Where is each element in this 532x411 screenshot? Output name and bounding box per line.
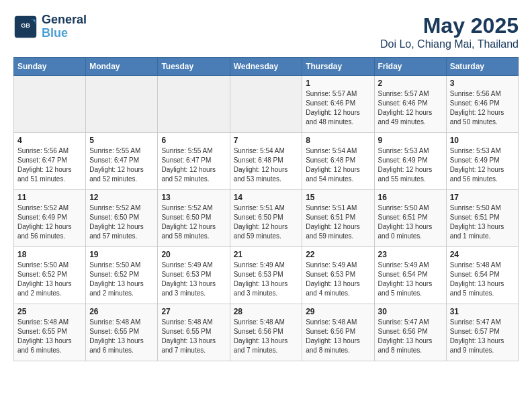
calendar-day-cell: 8Sunrise: 5:54 AM Sunset: 6:48 PM Daylig… (302, 133, 374, 190)
day-number: 14 (234, 193, 299, 202)
weekday-header-cell: Friday (374, 58, 446, 76)
day-number: 4 (17, 136, 82, 145)
calendar-day-cell: 31Sunrise: 5:47 AM Sunset: 6:57 PM Dayli… (446, 304, 518, 361)
day-info: Sunrise: 5:53 AM Sunset: 6:49 PM Dayligh… (450, 146, 515, 184)
day-info: Sunrise: 5:50 AM Sunset: 6:52 PM Dayligh… (89, 261, 154, 298)
day-info: Sunrise: 5:52 AM Sunset: 6:49 PM Dayligh… (17, 203, 82, 241)
day-number: 30 (378, 307, 443, 316)
day-number: 29 (306, 307, 370, 316)
day-number: 25 (17, 307, 82, 316)
calendar-day-cell: 17Sunrise: 5:50 AM Sunset: 6:51 PM Dayli… (446, 190, 518, 247)
day-info: Sunrise: 5:48 AM Sunset: 6:55 PM Dayligh… (17, 318, 82, 355)
day-info: Sunrise: 5:47 AM Sunset: 6:56 PM Dayligh… (378, 318, 443, 355)
weekday-header-row: SundayMondayTuesdayWednesdayThursdayFrid… (14, 58, 519, 76)
day-number: 17 (450, 193, 515, 202)
logo-text: General Blue (42, 13, 87, 40)
calendar-day-cell: 23Sunrise: 5:49 AM Sunset: 6:54 PM Dayli… (374, 247, 446, 304)
calendar-day-cell: 5Sunrise: 5:55 AM Sunset: 6:47 PM Daylig… (86, 133, 158, 190)
calendar-week-row: 1Sunrise: 5:57 AM Sunset: 6:46 PM Daylig… (14, 76, 519, 133)
day-number: 19 (89, 250, 154, 259)
day-info: Sunrise: 5:49 AM Sunset: 6:54 PM Dayligh… (378, 261, 443, 298)
day-number: 20 (161, 250, 226, 259)
day-number: 9 (378, 136, 443, 145)
day-number: 24 (450, 250, 515, 259)
calendar-day-cell: 30Sunrise: 5:47 AM Sunset: 6:56 PM Dayli… (374, 304, 446, 361)
calendar-day-cell: 9Sunrise: 5:53 AM Sunset: 6:49 PM Daylig… (374, 133, 446, 190)
calendar-day-cell: 11Sunrise: 5:52 AM Sunset: 6:49 PM Dayli… (14, 190, 86, 247)
day-info: Sunrise: 5:51 AM Sunset: 6:51 PM Dayligh… (306, 203, 370, 241)
calendar-day-cell: 6Sunrise: 5:55 AM Sunset: 6:47 PM Daylig… (158, 133, 230, 190)
day-number: 10 (450, 136, 515, 145)
logo-icon: GB (13, 15, 38, 39)
weekday-header-cell: Sunday (14, 58, 86, 76)
calendar-day-cell: 14Sunrise: 5:51 AM Sunset: 6:50 PM Dayli… (230, 190, 302, 247)
calendar-day-cell: 12Sunrise: 5:52 AM Sunset: 6:50 PM Dayli… (86, 190, 158, 247)
day-info: Sunrise: 5:50 AM Sunset: 6:51 PM Dayligh… (450, 203, 515, 241)
day-number: 5 (89, 136, 154, 145)
day-info: Sunrise: 5:56 AM Sunset: 6:46 PM Dayligh… (450, 89, 515, 127)
day-number: 7 (234, 136, 299, 145)
weekday-header-cell: Saturday (446, 58, 518, 76)
day-number: 8 (306, 136, 370, 145)
calendar-day-cell: 7Sunrise: 5:54 AM Sunset: 6:48 PM Daylig… (230, 133, 302, 190)
day-info: Sunrise: 5:50 AM Sunset: 6:52 PM Dayligh… (17, 261, 82, 298)
day-number: 26 (89, 307, 154, 316)
calendar-day-cell (86, 76, 158, 133)
day-number: 2 (378, 79, 443, 88)
calendar-day-cell: 27Sunrise: 5:48 AM Sunset: 6:55 PM Dayli… (158, 304, 230, 361)
calendar-day-cell: 29Sunrise: 5:48 AM Sunset: 6:56 PM Dayli… (302, 304, 374, 361)
calendar-day-cell: 15Sunrise: 5:51 AM Sunset: 6:51 PM Dayli… (302, 190, 374, 247)
day-info: Sunrise: 5:52 AM Sunset: 6:50 PM Dayligh… (89, 203, 154, 241)
day-info: Sunrise: 5:55 AM Sunset: 6:47 PM Dayligh… (89, 146, 154, 184)
title-block: May 2025 Doi Lo, Chiang Mai, Thailand (380, 13, 519, 50)
day-info: Sunrise: 5:54 AM Sunset: 6:48 PM Dayligh… (306, 146, 370, 184)
day-number: 11 (17, 193, 82, 202)
calendar-day-cell: 24Sunrise: 5:48 AM Sunset: 6:54 PM Dayli… (446, 247, 518, 304)
day-number: 16 (378, 193, 443, 202)
day-info: Sunrise: 5:48 AM Sunset: 6:54 PM Dayligh… (450, 261, 515, 298)
day-info: Sunrise: 5:48 AM Sunset: 6:55 PM Dayligh… (161, 318, 226, 355)
calendar-day-cell (230, 76, 302, 133)
day-number: 31 (450, 307, 515, 316)
weekday-header-cell: Tuesday (158, 58, 230, 76)
day-info: Sunrise: 5:49 AM Sunset: 6:53 PM Dayligh… (306, 261, 370, 298)
calendar-day-cell: 16Sunrise: 5:50 AM Sunset: 6:51 PM Dayli… (374, 190, 446, 247)
day-info: Sunrise: 5:52 AM Sunset: 6:50 PM Dayligh… (161, 203, 226, 241)
calendar-table: SundayMondayTuesdayWednesdayThursdayFrid… (13, 57, 519, 361)
day-info: Sunrise: 5:57 AM Sunset: 6:46 PM Dayligh… (378, 89, 443, 127)
calendar-body: 1Sunrise: 5:57 AM Sunset: 6:46 PM Daylig… (14, 76, 519, 361)
calendar-day-cell: 1Sunrise: 5:57 AM Sunset: 6:46 PM Daylig… (302, 76, 374, 133)
page-header: GB General Blue May 2025 Doi Lo, Chiang … (13, 13, 519, 50)
day-info: Sunrise: 5:48 AM Sunset: 6:56 PM Dayligh… (306, 318, 370, 355)
day-info: Sunrise: 5:47 AM Sunset: 6:57 PM Dayligh… (450, 318, 515, 355)
calendar-week-row: 18Sunrise: 5:50 AM Sunset: 6:52 PM Dayli… (14, 247, 519, 304)
day-info: Sunrise: 5:49 AM Sunset: 6:53 PM Dayligh… (234, 261, 299, 298)
calendar-day-cell: 10Sunrise: 5:53 AM Sunset: 6:49 PM Dayli… (446, 133, 518, 190)
day-info: Sunrise: 5:55 AM Sunset: 6:47 PM Dayligh… (161, 146, 226, 184)
calendar-day-cell: 26Sunrise: 5:48 AM Sunset: 6:55 PM Dayli… (86, 304, 158, 361)
calendar-day-cell: 19Sunrise: 5:50 AM Sunset: 6:52 PM Dayli… (86, 247, 158, 304)
day-info: Sunrise: 5:56 AM Sunset: 6:47 PM Dayligh… (17, 146, 82, 184)
day-number: 12 (89, 193, 154, 202)
calendar-day-cell: 25Sunrise: 5:48 AM Sunset: 6:55 PM Dayli… (14, 304, 86, 361)
day-number: 13 (161, 193, 226, 202)
month-title: May 2025 (380, 13, 519, 38)
day-info: Sunrise: 5:48 AM Sunset: 6:56 PM Dayligh… (234, 318, 299, 355)
day-number: 23 (378, 250, 443, 259)
calendar-day-cell: 4Sunrise: 5:56 AM Sunset: 6:47 PM Daylig… (14, 133, 86, 190)
day-number: 3 (450, 79, 515, 88)
day-number: 28 (234, 307, 299, 316)
day-number: 21 (234, 250, 299, 259)
weekday-header-cell: Wednesday (230, 58, 302, 76)
day-info: Sunrise: 5:48 AM Sunset: 6:55 PM Dayligh… (89, 318, 154, 355)
calendar-week-row: 4Sunrise: 5:56 AM Sunset: 6:47 PM Daylig… (14, 133, 519, 190)
day-number: 15 (306, 193, 370, 202)
day-info: Sunrise: 5:50 AM Sunset: 6:51 PM Dayligh… (378, 203, 443, 241)
calendar-day-cell: 28Sunrise: 5:48 AM Sunset: 6:56 PM Dayli… (230, 304, 302, 361)
calendar-day-cell: 20Sunrise: 5:49 AM Sunset: 6:53 PM Dayli… (158, 247, 230, 304)
day-info: Sunrise: 5:49 AM Sunset: 6:53 PM Dayligh… (161, 261, 226, 298)
day-info: Sunrise: 5:57 AM Sunset: 6:46 PM Dayligh… (306, 89, 370, 127)
calendar-week-row: 11Sunrise: 5:52 AM Sunset: 6:49 PM Dayli… (14, 190, 519, 247)
day-number: 22 (306, 250, 370, 259)
calendar-week-row: 25Sunrise: 5:48 AM Sunset: 6:55 PM Dayli… (14, 304, 519, 361)
